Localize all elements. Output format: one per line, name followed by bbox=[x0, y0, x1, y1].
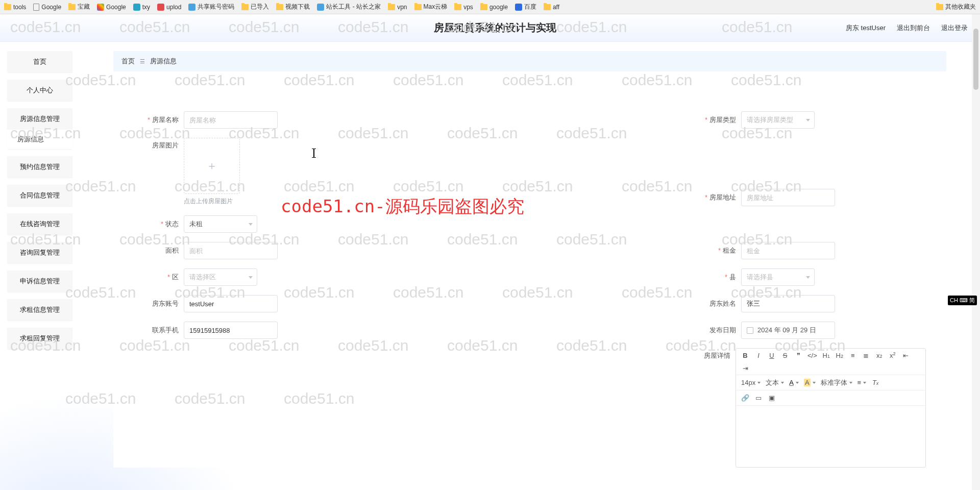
bookmark-google-folder[interactable]: google bbox=[480, 4, 508, 11]
label-county: 县 bbox=[691, 273, 741, 282]
exit-to-front[interactable]: 退出到前台 bbox=[897, 23, 930, 33]
bookmark-baidu[interactable]: 百度 bbox=[515, 3, 536, 11]
input-rent[interactable] bbox=[741, 242, 835, 259]
bookmark-google[interactable]: Google bbox=[97, 4, 126, 11]
bookmark-treasure[interactable]: 宝藏 bbox=[68, 3, 90, 11]
clear-format-icon[interactable]: Tx bbox=[871, 379, 879, 386]
sidebar-home[interactable]: 首页 bbox=[7, 51, 72, 72]
underline-icon[interactable]: U bbox=[768, 352, 776, 359]
chevron-down-icon bbox=[813, 382, 816, 384]
bookmark-vps[interactable]: vps bbox=[454, 4, 473, 11]
link-icon[interactable]: 🔗 bbox=[741, 394, 749, 402]
label-area: 面积 bbox=[134, 246, 184, 255]
crumb-home[interactable]: 首页 bbox=[121, 57, 135, 66]
bookmark-max[interactable]: Max云梯 bbox=[414, 3, 448, 11]
sidebar-housing-info[interactable]: 房源信息 bbox=[7, 130, 72, 149]
outdent-icon[interactable]: ⇤ bbox=[902, 352, 910, 359]
sidebar-reservation[interactable]: 预约信息管理 bbox=[7, 156, 72, 178]
header-actions: 房东 testUser 退出到前台 退出登录 bbox=[846, 23, 968, 33]
subscript-icon[interactable]: x2 bbox=[875, 352, 884, 359]
code-icon[interactable]: </> bbox=[807, 352, 817, 359]
input-pubdate[interactable]: 2024 年 09 月 29 日 bbox=[741, 322, 835, 339]
bookmark-webmaster[interactable]: 站长工具 - 站长之家 bbox=[317, 3, 381, 11]
select-county[interactable]: 请选择县 bbox=[741, 268, 815, 286]
label-house-name: 房屋名称 bbox=[134, 115, 184, 125]
input-landlord-acc[interactable] bbox=[184, 295, 278, 312]
sidebar-rent-reply[interactable]: 求租回复管理 bbox=[7, 328, 72, 349]
bookmark-tools[interactable]: tools bbox=[4, 4, 26, 11]
label-status: 状态 bbox=[134, 219, 184, 229]
align-picker[interactable]: ≡ bbox=[857, 379, 867, 386]
chevron-down-icon bbox=[849, 382, 852, 384]
editor-toolbar-2: 14px 文本 A A 标准字体 ≡ Tx bbox=[736, 375, 925, 390]
folder-icon bbox=[68, 4, 76, 10]
bookmark-txy[interactable]: txy bbox=[133, 4, 150, 11]
input-house-name[interactable] bbox=[184, 111, 278, 129]
input-landlord-name[interactable] bbox=[741, 295, 835, 312]
bookmark-aff[interactable]: aff bbox=[544, 4, 559, 11]
input-phone[interactable] bbox=[184, 322, 278, 339]
input-address[interactable] bbox=[741, 189, 835, 206]
upload-house-image[interactable]: ＋ bbox=[184, 138, 240, 194]
sidebar-profile[interactable]: 个人中心 bbox=[7, 80, 72, 101]
format-picker[interactable]: 文本 bbox=[766, 378, 784, 387]
fontsize-picker[interactable]: 14px bbox=[741, 379, 761, 386]
sidebar-rent-seek[interactable]: 求租信息管理 bbox=[7, 299, 72, 321]
select-district[interactable]: 请选择区 bbox=[184, 268, 257, 286]
select-status[interactable]: 未租 bbox=[184, 215, 257, 233]
ol-icon[interactable]: ≡ bbox=[849, 352, 857, 359]
image-icon[interactable]: ▭ bbox=[754, 394, 763, 402]
site-icon bbox=[188, 4, 195, 11]
scrollbar-thumb[interactable] bbox=[973, 29, 978, 90]
main-content: 首页 ☰ 房源信息 房屋名称 房屋类型 请选择房屋类型 房屋图片 ＋ bbox=[80, 42, 980, 490]
bold-icon[interactable]: B bbox=[741, 352, 749, 359]
fontfamily-picker[interactable]: 标准字体 bbox=[821, 378, 852, 387]
textcolor-picker[interactable]: A bbox=[789, 379, 799, 386]
sidebar: 首页 个人中心 房源信息管理 房源信息 预约信息管理 合同信息管理 在线咨询管理… bbox=[0, 42, 80, 490]
user-role[interactable]: 房东 testUser bbox=[846, 23, 886, 33]
label-rent: 租金 bbox=[691, 246, 741, 255]
h2-icon[interactable]: H2 bbox=[836, 352, 844, 359]
sidebar-consult[interactable]: 在线咨询管理 bbox=[7, 213, 72, 235]
bookmark-google-doc[interactable]: Google bbox=[33, 4, 61, 11]
superscript-icon[interactable]: x2 bbox=[889, 351, 897, 359]
label-house-image: 房屋图片 bbox=[134, 138, 184, 150]
folder-icon bbox=[454, 4, 461, 10]
bookmark-uplod[interactable]: uplod bbox=[157, 4, 181, 11]
sidebar-contract[interactable]: 合同信息管理 bbox=[7, 185, 72, 206]
bookmark-video[interactable]: 视频下载 bbox=[276, 3, 310, 11]
italic-icon[interactable]: I bbox=[754, 352, 763, 359]
rich-editor[interactable]: B I U S ❞ </> H1 H2 ≡ ≣ x2 x2 ⇤ bbox=[736, 348, 926, 468]
sidebar-consult-reply[interactable]: 咨询回复管理 bbox=[7, 242, 72, 263]
bookmark-shared-pwd[interactable]: 共享账号密码 bbox=[188, 3, 234, 11]
editor-body[interactable] bbox=[736, 406, 925, 467]
folder-icon bbox=[241, 4, 249, 10]
sidebar-housing-mgmt[interactable]: 房源信息管理 bbox=[7, 108, 72, 130]
indent-icon[interactable]: ⇥ bbox=[741, 364, 749, 372]
scrollbar[interactable] bbox=[972, 14, 980, 490]
plus-icon: ＋ bbox=[206, 158, 217, 174]
ul-icon[interactable]: ≣ bbox=[862, 352, 870, 359]
sidebar-complaint[interactable]: 申诉信息管理 bbox=[7, 271, 72, 292]
h1-icon[interactable]: H1 bbox=[822, 352, 830, 359]
select-house-type[interactable]: 请选择房屋类型 bbox=[741, 111, 815, 129]
strike-icon[interactable]: S bbox=[781, 352, 789, 359]
editor-toolbar-1: B I U S ❞ </> H1 H2 ≡ ≣ x2 x2 ⇤ bbox=[736, 349, 925, 375]
bookmark-imported[interactable]: 已导入 bbox=[241, 3, 269, 11]
bookmark-vpn[interactable]: vpn bbox=[388, 4, 407, 11]
quote-icon[interactable]: ❞ bbox=[794, 352, 802, 359]
label-pubdate: 发布日期 bbox=[691, 326, 741, 335]
folder-icon bbox=[388, 4, 395, 10]
logout[interactable]: 退出登录 bbox=[941, 23, 968, 33]
crumb-current: 房源信息 bbox=[150, 57, 177, 66]
bookmark-bar: tools Google 宝藏 Google txy uplod 共享账号密码 … bbox=[0, 0, 980, 14]
bgcolor-picker[interactable]: A bbox=[804, 379, 816, 386]
chevron-down-icon bbox=[863, 382, 866, 384]
input-area[interactable] bbox=[184, 242, 278, 259]
video-icon[interactable]: ▣ bbox=[768, 394, 776, 402]
bookmark-other[interactable]: 其他收藏夹 bbox=[936, 3, 976, 11]
ime-indicator[interactable]: CH ⌨ 简 bbox=[948, 296, 977, 305]
label-district: 区 bbox=[134, 273, 184, 282]
folder-icon bbox=[414, 4, 422, 10]
folder-icon bbox=[544, 4, 551, 10]
